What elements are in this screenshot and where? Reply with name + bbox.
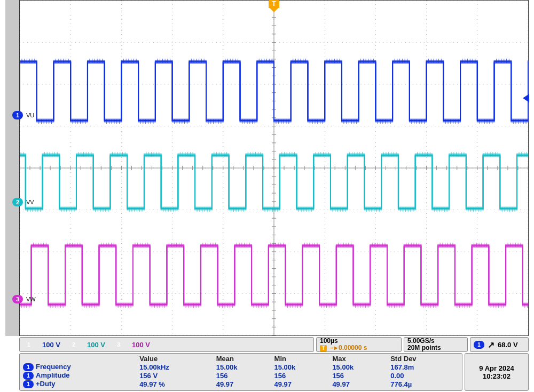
channel-scale-panel[interactable]: 1 100 V 2 100 V 3 100 V	[19, 337, 314, 352]
date-text: 9 Apr 2024	[479, 364, 514, 372]
trigger-t-small-icon: T	[320, 345, 327, 351]
ch3-marker-num: 3	[12, 295, 23, 303]
ch2-marker[interactable]: 2VV	[12, 198, 34, 206]
table-row: 1Amplitude156 V1561561560.00	[23, 371, 459, 380]
ch2-chip: 2	[68, 340, 80, 349]
time-text: 10:23:02	[483, 372, 511, 380]
sample-panel[interactable]: 5.00GS/s 20M points	[404, 337, 468, 352]
status-bar: 1 100 V 2 100 V 3 100 V 100µs T →▸ 0.000…	[19, 337, 529, 391]
rising-edge-icon: ↗	[488, 340, 494, 350]
table-row: 1+Duty49.97 %49.9749.9749.97776.4µ	[23, 380, 459, 388]
ch3-marker-label: VW	[26, 296, 36, 302]
ch1-marker[interactable]: 1VU	[12, 111, 34, 119]
measurements-table: ValueMeanMinMaxStd Dev 1Frequency15.00kH…	[23, 355, 459, 388]
sample-depth: 20M points	[407, 345, 464, 351]
ch1-marker-num: 1	[12, 111, 23, 119]
meas-header: Min	[274, 355, 333, 363]
timebase-panel[interactable]: 100µs T →▸ 0.00000 s	[316, 337, 402, 352]
waveform-display[interactable]: T 1VU2VV3VW	[19, 0, 529, 336]
waveform-svg	[20, 1, 528, 335]
ch2-marker-num: 2	[12, 198, 23, 206]
trigger-source-chip: 1	[474, 341, 484, 349]
trigger-delay: 0.00000 s	[339, 345, 367, 351]
meas-header: Max	[332, 355, 390, 363]
left-sidebar	[5, 0, 19, 336]
trigger-level-marker[interactable]	[523, 94, 529, 102]
ch2-marker-label: VV	[26, 199, 34, 205]
trigger-position-marker[interactable]: T	[269, 0, 279, 12]
meas-header: Std Dev	[390, 355, 459, 363]
ch3-chip: 3	[113, 340, 124, 349]
ch1-chip: 1	[23, 340, 35, 349]
meas-header: Mean	[216, 355, 274, 363]
datetime-panel: 9 Apr 2024 10:23:02	[465, 353, 529, 391]
trigger-level: 68.0 V	[498, 341, 518, 349]
meas-header	[23, 355, 139, 363]
trigger-arrow-right-icon: →▸	[328, 345, 337, 351]
ch3-scale: 100 V	[132, 341, 150, 349]
ch1-scale: 100 V	[42, 341, 60, 349]
ch2-scale: 100 V	[87, 341, 105, 349]
trigger-arrow-down-icon	[270, 8, 278, 12]
table-row: 1Frequency15.00kHz15.00k15.00k15.00k167.…	[23, 363, 459, 371]
ch3-marker[interactable]: 3VW	[12, 295, 36, 303]
trigger-panel[interactable]: 1 ↗ 68.0 V	[470, 337, 529, 352]
measurements-panel[interactable]: ValueMeanMinMaxStd Dev 1Frequency15.00kH…	[19, 353, 462, 391]
ch1-marker-label: VU	[26, 112, 34, 118]
meas-header: Value	[139, 355, 216, 363]
trigger-t-icon: T	[269, 0, 279, 8]
